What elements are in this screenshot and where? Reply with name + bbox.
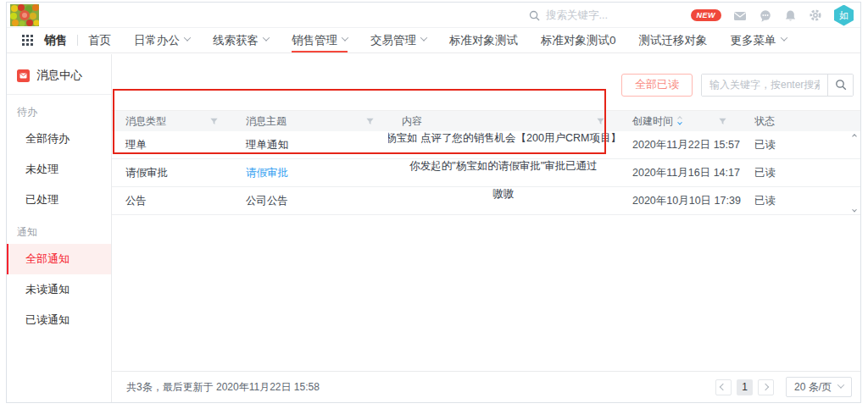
search-icon [835,79,847,91]
nav-item-交易管理[interactable]: 交易管理 [370,28,426,53]
current-page[interactable]: 1 [737,379,753,395]
prev-page-button[interactable] [715,379,732,395]
column-label: 消息类型 [125,114,166,129]
chevron-down-icon [184,34,191,41]
cell-type: 请假审批 [112,159,232,186]
filter-icon[interactable] [596,117,605,126]
cell-content: 你发起的"杨宝如的请假审批"审批已通过 [388,159,619,186]
content-area: 全部已读 消息类型消息主题内容创建时间状态 理单理单通知杨宝如 点评了您的销售机… [112,54,860,402]
filter-icon[interactable] [209,117,219,126]
nav-item-label: 线索获客 [213,33,259,48]
cell-subject: 理单通知 [232,131,388,158]
nav-item-label: 交易管理 [370,33,416,48]
cell-status: 已读 [741,187,860,214]
page-size-select[interactable]: 20 条/页 [786,377,852,397]
filter-icon[interactable] [718,117,727,126]
nav-item-测试迁移对象[interactable]: 测试迁移对象 [639,28,708,53]
sidebar-item-已读通知[interactable]: 已读通知 [7,305,111,335]
gear-icon[interactable] [809,8,822,22]
cell-status: 已读 [741,159,860,186]
column-label: 状态 [754,114,775,129]
message-center-icon [17,69,30,82]
sidebar-item-已处理[interactable]: 已处理 [7,185,111,215]
sidebar: 消息中心 待办全部待办未处理已处理通知全部通知未读通知已读通知 [7,54,112,402]
page-size-value: 20 条/页 [794,380,832,395]
app-logo[interactable] [10,4,39,26]
global-search[interactable]: 搜索关键字... [529,3,608,28]
sort-control[interactable] [678,117,682,125]
nav-item-label: 测试迁移对象 [639,33,708,48]
nav-items: 首页日常办公线索获客销售管理交易管理标准对象测试标准对象测试0测试迁移对象更多菜… [88,28,810,53]
global-search-placeholder: 搜索关键字... [546,8,608,23]
column-label: 创建时间 [632,114,673,129]
scroll-down-icon[interactable] [852,207,857,213]
sidebar-section-header: 通知 [7,215,111,244]
nav-item-标准对象测试0[interactable]: 标准对象测试0 [541,28,616,53]
sidebar-title-label: 消息中心 [36,68,82,83]
nav-item-label: 更多菜单 [731,33,776,48]
new-badge: NEW [691,9,722,21]
chevron-down-icon [342,34,348,41]
sidebar-section-header: 待办 [7,95,111,124]
bell-icon[interactable] [784,9,797,22]
topbar: 搜索关键字... NEW [7,3,860,28]
nav-item-标准对象测试[interactable]: 标准对象测试 [449,28,518,53]
avatar[interactable]: 如 [834,5,854,26]
sidebar-sections: 待办全部待办未处理已处理通知全部通知未读通知已读通知 [7,95,111,335]
keyword-search-group [701,74,854,97]
nav-item-label: 标准对象测试 [449,33,518,48]
cell-status: 已读 [741,131,860,158]
topbar-actions: NEW [691,3,854,28]
nav-item-更多菜单[interactable]: 更多菜单 [731,28,787,53]
keyword-search-input[interactable] [702,75,827,96]
column-header-状态: 状态 [741,111,860,131]
table-body: 理单理单通知杨宝如 点评了您的销售机会【200用户CRM项目】2020年11月2… [112,131,860,215]
pagination: 1 20 条/页 [715,377,852,397]
sidebar-item-全部待办[interactable]: 全部待办 [7,124,111,154]
keyword-search-button[interactable] [827,75,853,96]
table-row[interactable]: 理单理单通知杨宝如 点评了您的销售机会【200用户CRM项目】2020年11月2… [112,131,860,159]
column-label: 消息主题 [246,114,287,129]
filter-icon[interactable] [365,117,375,126]
messages-table: 消息类型消息主题内容创建时间状态 理单理单通知杨宝如 点评了您的销售机会【200… [112,110,860,215]
mark-all-read-button[interactable]: 全部已读 [621,74,693,97]
next-page-button[interactable] [758,379,774,395]
cell-time: 2020年10月10日 17:39 [619,187,741,214]
scroll-up-icon[interactable] [852,134,857,139]
chevron-down-icon [263,34,270,41]
sidebar-item-未处理[interactable]: 未处理 [7,154,111,185]
nav-item-首页[interactable]: 首页 [88,28,111,53]
chevron-down-icon [837,381,844,388]
column-header-内容: 内容 [388,111,619,131]
table-row[interactable]: 公告公司公告嗷嗷2020年10月10日 17:39已读 [112,187,860,215]
chat-icon[interactable] [759,9,772,22]
column-label: 内容 [402,114,422,129]
nav-item-日常办公[interactable]: 日常办公 [134,28,190,53]
chevron-left-icon [720,384,726,390]
column-header-消息类型: 消息类型 [112,111,232,131]
cell-subject: 公司公告 [232,187,388,214]
main-area: 消息中心 待办全部待办未处理已处理通知全部通知未读通知已读通知 全部已读 [7,54,860,402]
fruit-logo-image [10,4,39,26]
cell-type: 理单 [112,131,232,158]
main-nav: 销售 首页日常办公线索获客销售管理交易管理标准对象测试标准对象测试0测试迁移对象… [7,28,860,53]
table-scrollbar[interactable] [849,132,860,215]
cell-content: 嗷嗷 [388,187,619,214]
sidebar-item-未读通知[interactable]: 未读通知 [7,274,111,305]
nav-item-label: 标准对象测试0 [541,33,616,48]
app-grid-icon[interactable] [22,28,33,53]
subject-link[interactable]: 请假审批 [246,166,288,180]
nav-item-线索获客[interactable]: 线索获客 [213,28,269,53]
nav-item-销售管理[interactable]: 销售管理 [292,28,348,53]
table-row[interactable]: 请假审批请假审批你发起的"杨宝如的请假审批"审批已通过2020年11月16日 1… [112,159,860,187]
cell-time: 2020年11月22日 15:57 [619,131,741,158]
chevron-down-icon [420,34,427,41]
cell-time: 2020年11月16日 14:17 [619,159,741,186]
app-name[interactable]: 销售 [44,28,67,53]
mail-icon[interactable] [733,9,747,22]
nav-item-label: 首页 [88,33,111,48]
sidebar-item-全部通知[interactable]: 全部通知 [7,244,111,274]
column-header-消息主题: 消息主题 [232,111,388,131]
table-footer: 共3条，最后更新于 2020年11月22日 15:58 1 20 条/页 [112,371,860,402]
table-header-row: 消息类型消息主题内容创建时间状态 [112,110,860,131]
